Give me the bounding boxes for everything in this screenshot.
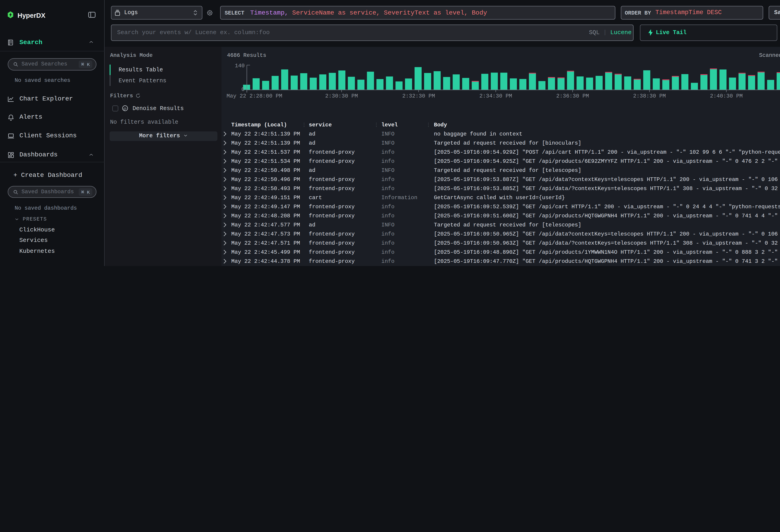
svg-text:2:38:30 PM: 2:38:30 PM (633, 93, 666, 99)
svg-text:2:34:30 PM: 2:34:30 PM (479, 93, 512, 99)
svg-text:140: 140 (235, 63, 244, 69)
svg-text:2:30:30 PM: 2:30:30 PM (325, 93, 358, 99)
svg-text:2:32:30 PM: 2:32:30 PM (402, 93, 435, 99)
svg-text:May 22 2:28:00 PM: May 22 2:28:00 PM (226, 93, 282, 99)
svg-text:2:40:30 PM: 2:40:30 PM (710, 93, 742, 99)
svg-text:0: 0 (241, 86, 244, 93)
svg-text:2:36:30 PM: 2:36:30 PM (556, 93, 589, 99)
